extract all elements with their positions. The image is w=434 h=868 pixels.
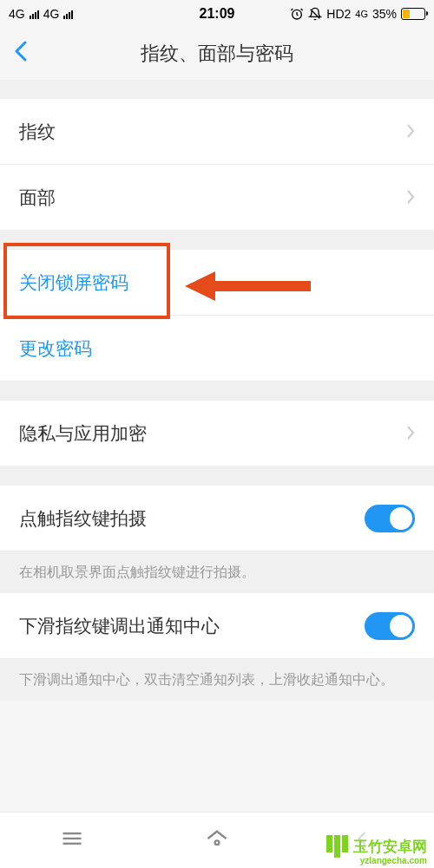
watermark-text: 玉竹安卓网 (353, 839, 427, 855)
signal-bars-icon-1 (30, 9, 39, 19)
nav-header: 指纹、面部与密码 (0, 28, 434, 80)
status-right: HD2 4G 35% (290, 7, 425, 21)
signal-label-2: 4G (43, 7, 60, 21)
swipe-notify-toggle[interactable] (365, 612, 415, 640)
touch-shoot-item: 点触指纹键拍摄 (0, 486, 434, 551)
signal-bars-icon-2 (63, 9, 73, 19)
home-button[interactable] (205, 826, 229, 854)
back-button[interactable] (13, 39, 29, 69)
signal-label-1: 4G (9, 7, 25, 21)
watermark-logo-icon (326, 835, 348, 858)
watermark-url: yzlangecha.com (360, 856, 427, 865)
hd-label: HD2 (326, 7, 351, 21)
status-time: 21:09 (200, 6, 235, 22)
watermark: 玉竹安卓网 yzlangecha.com (326, 835, 427, 858)
fingerprint-label: 指纹 (19, 120, 56, 144)
privacy-item[interactable]: 隐私与应用加密 (0, 401, 434, 467)
net-label: 4G (355, 9, 368, 19)
swipe-notify-desc: 下滑调出通知中心，双击清空通知列表，上滑收起通知中心。 (0, 659, 434, 701)
status-bar: 4G 4G 21:09 HD2 4G 35% (0, 0, 434, 28)
disable-lock-item[interactable]: 关闭锁屏密码 (0, 250, 434, 316)
alarm-icon (290, 7, 304, 21)
fingerprint-item[interactable]: 指纹 (0, 99, 434, 165)
chevron-right-icon (406, 421, 415, 446)
face-label: 面部 (19, 186, 56, 210)
silent-icon (308, 7, 322, 21)
touch-shoot-desc: 在相机取景界面点触指纹键进行拍摄。 (0, 551, 434, 593)
gap (0, 382, 434, 401)
svg-point-4 (215, 840, 220, 845)
swipe-notify-item: 下滑指纹键调出通知中心 (0, 593, 434, 659)
swipe-notify-label: 下滑指纹键调出通知中心 (19, 614, 220, 638)
status-left: 4G 4G (9, 7, 73, 21)
gap (0, 231, 434, 250)
disable-lock-label: 关闭锁屏密码 (19, 271, 128, 295)
battery-icon (401, 8, 425, 20)
battery-percent: 35% (372, 7, 397, 21)
change-password-label: 更改密码 (19, 336, 92, 361)
face-item[interactable]: 面部 (0, 165, 434, 231)
gap (0, 80, 434, 99)
touch-shoot-toggle[interactable] (365, 505, 415, 532)
gap (0, 467, 434, 486)
privacy-label: 隐私与应用加密 (19, 421, 147, 446)
change-password-item[interactable]: 更改密码 (0, 316, 434, 382)
page-title: 指纹、面部与密码 (141, 41, 293, 67)
chevron-right-icon (406, 120, 415, 144)
chevron-right-icon (406, 186, 415, 210)
touch-shoot-label: 点触指纹键拍摄 (19, 506, 147, 531)
menu-button[interactable] (60, 826, 84, 854)
